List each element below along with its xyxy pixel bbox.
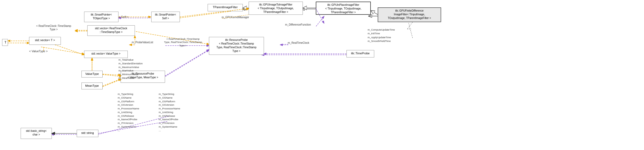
node-std-string: std::string [77, 130, 98, 137]
node-std-vector-realtimeclock: std::vector< RealTimeClock::TimeStampTyp… [87, 25, 135, 36]
svg-line-18 [103, 79, 122, 87]
node-itk-gpuimagetoimagefilter: itk::GPUImageToImageFilter< TInputImage,… [249, 2, 303, 15]
svg-line-32 [103, 74, 121, 75]
node-T: T [2, 39, 8, 46]
label-realtimeclock-ts: < RealTimeClock::TimeStampType > [31, 24, 76, 31]
svg-line-35 [165, 50, 209, 76]
svg-line-7 [165, 50, 209, 76]
svg-line-12 [316, 16, 324, 26]
node-itk-gpuinplaceimagefilter: itk::GPUInPlaceImageFilter< TInputImage,… [316, 2, 371, 15]
label-m-gpukernelmanager: m_GPUKernelManager [222, 16, 249, 19]
node-itk-timeprobe: itk::TimeProbe [346, 50, 374, 57]
node-itk-smartpointer-self: itk::SmartPointer<Self > [151, 12, 180, 22]
svg-line-22 [409, 23, 413, 38]
node-itk-gpufinitedifference: itk::GPUFiniteDifferenceImageFilter< TIn… [378, 7, 441, 22]
svg-line-26 [371, 11, 378, 14]
node-std-vector-T: std::vector< T > [29, 37, 61, 45]
compute-fields: m_ComputeUpdateTimem_InitTimem_ApplyUpda… [368, 28, 395, 43]
node-itk-smartpointer-tobjecttype: itk::SmartPointer<TObjectType > [84, 12, 118, 22]
label-m-realtimeclock: m_RealTimeClock [288, 41, 309, 44]
label-value-type: < ValueType > [29, 50, 48, 53]
svg-line-31 [103, 79, 121, 86]
type-fields-right: m_TypeStringm_OSNamem_OSPlatformm_OSVers… [159, 92, 180, 132]
label-self: < Self > [118, 15, 129, 18]
node-std-vector-valuetype: std::vector< ValueType > [84, 51, 128, 58]
label-m-differencefunction: m_DifferenceFunction [285, 23, 311, 26]
diagram-container: T std::vector< T > < ValueType > < RealT… [0, 0, 644, 150]
node-valuetype: ValueType [81, 71, 103, 78]
node-itk-resourceprobe-full: itk::ResourceProbe< RealTimeClock::TimeS… [209, 37, 264, 55]
type-fields-left: m_TypeStringm_OSNamem_OSPlatformm_OSVers… [118, 92, 139, 132]
label-realtimeclock-ts2: < RealTimeClock::TimeStampType, RealTime… [158, 37, 208, 47]
node-tparentimagefilter: TParentImageFilter [208, 4, 243, 11]
label-m-probe-value-list: m_ProbeValueList [132, 41, 153, 44]
probe-fields: m_TotalValuem_StandardDeviationm_Maximum… [118, 58, 143, 80]
node-meantype: MeanType [81, 83, 103, 89]
svg-line-43 [407, 22, 413, 29]
node-std-basic-string: std::basic_string<char > [21, 128, 52, 139]
